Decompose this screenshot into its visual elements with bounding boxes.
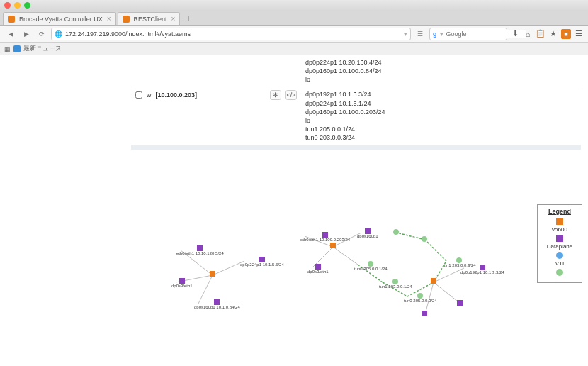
table-row: w [10.100.0.203] ✻ </> dp0p192p1 10.1.3.… [131, 87, 581, 145]
select-device-checkbox[interactable] [135, 92, 142, 99]
home-icon[interactable]: ⌂ [523, 29, 533, 39]
interface-line: tun0 203.0.0.3/24 [305, 133, 577, 142]
table-row: dp0p224p1 10.20.130.4/24 dp0p160p1 10.10… [131, 55, 581, 87]
reader-button[interactable]: ☰ [414, 28, 426, 40]
close-tab-icon[interactable]: × [107, 15, 111, 23]
topology-tunnel-node[interactable] [422, 236, 427, 242]
legend-label: VTI [555, 260, 564, 267]
legend-label: Dataplane [547, 243, 572, 250]
interface-line: lo [305, 116, 577, 125]
topology-dataplane-node[interactable]: eth0/eth1 10.100.0.203/24 [300, 232, 350, 242]
topology-tunnel-node[interactable]: tun0 205.0.0.1/24 [354, 261, 388, 271]
dropdown-icon[interactable]: ▾ [440, 30, 443, 38]
globe-icon: 🌐 [55, 30, 62, 38]
topology-tunnel-node[interactable]: tun0 205.0.0.3/24 [404, 293, 437, 303]
forward-button[interactable]: ▶ [20, 28, 33, 40]
host-short: w [147, 92, 152, 99]
url-input[interactable] [65, 30, 401, 38]
legend-tunnel-icon [556, 269, 563, 276]
topology-tunnel-node[interactable] [393, 229, 399, 235]
topology-router-node[interactable] [431, 278, 436, 284]
svg-line-13 [397, 233, 425, 240]
interface-line: dp0p160p1 10.100.0.84/24 [305, 67, 577, 75]
favicon-icon [8, 16, 15, 23]
browser-tab-vyatta[interactable]: Brocade Vyatta Controller UX × [3, 12, 116, 25]
topology-dataplane-node[interactable]: dp0s3/eth1 [171, 278, 193, 288]
topology-dataplane-node[interactable] [422, 311, 427, 316]
topology-dataplane-node[interactable]: dp0s3/eth1 [307, 264, 329, 274]
search-bar[interactable]: g ▾ [429, 28, 507, 40]
tab-label: RESTClient [134, 16, 167, 23]
bookmarks-bar: ▦ 最新ニュース [0, 43, 588, 55]
close-window-button[interactable] [4, 2, 11, 9]
traffic-lights [4, 2, 30, 9]
gear-icon[interactable]: ✻ [270, 90, 281, 100]
legend-v5600-icon [556, 218, 563, 225]
topology-dataplane-node[interactable] [457, 300, 463, 306]
code-icon[interactable]: </> [285, 90, 297, 100]
legend-panel: Legend v5600 Dataplane VTI [537, 204, 582, 283]
topology-router-node[interactable] [330, 243, 336, 248]
sidebar-toggle-icon[interactable]: ▦ [4, 45, 11, 52]
interface-line: dp0p224p1 10.20.130.4/24 [305, 58, 577, 67]
browser-tab-restclient[interactable]: RESTClient × [118, 12, 181, 25]
bookmark-icon[interactable]: ★ [548, 29, 558, 39]
topology-edges [0, 197, 534, 366]
interface-line: dp0p192p1 10.1.3.3/24 [305, 90, 577, 99]
tab-strip: Brocade Vyatta Controller UX × RESTClien… [0, 11, 588, 26]
back-button[interactable]: ◀ [4, 28, 17, 40]
interface-line: tun1 205.0.0.1/24 [305, 125, 577, 133]
search-engine-icon: g [433, 30, 437, 38]
legend-dataplane-icon [556, 235, 563, 242]
reload-button[interactable]: ⟳ [35, 28, 48, 40]
interface-line: dp0p160p1 10.100.0.203/24 [305, 108, 577, 116]
topology-tunnel-node[interactable]: tun1 203.0.0.1/24 [379, 279, 412, 289]
minimize-window-button[interactable] [14, 2, 21, 9]
topology-graph[interactable]: eth0/eth1 10.10.120.5/24 dp0s3/eth1 dp0s… [0, 197, 534, 366]
window-titlebar [0, 0, 588, 11]
tab-label: Brocade Vyatta Controller UX [19, 16, 103, 23]
page-content: dp0p224p1 10.20.130.4/24 dp0p160p1 10.10… [0, 55, 588, 366]
close-tab-icon[interactable]: × [171, 15, 176, 23]
clipboard-icon[interactable]: 📋 [536, 29, 545, 39]
interface-line: lo [305, 75, 577, 84]
topology-dataplane-node[interactable]: dp0s160p1 10.1.0.84/24 [194, 299, 240, 309]
download-icon[interactable]: ⬇ [510, 29, 520, 39]
extension-icon[interactable]: ■ [561, 29, 571, 39]
zoom-window-button[interactable] [24, 2, 30, 9]
legend-label: v5600 [552, 226, 567, 233]
menu-icon[interactable]: ☰ [574, 29, 584, 39]
legend-title: Legend [541, 208, 579, 215]
topology-router-node[interactable] [210, 271, 215, 277]
topology-dataplane-node[interactable]: dp0p192p1 10.1.3.3/24 [460, 265, 504, 274]
device-table: dp0p224p1 10.20.130.4/24 dp0p160p1 10.10… [131, 55, 581, 150]
host-ip: [10.100.0.203] [156, 92, 198, 99]
interface-line: dp0p224p1 10.1.5.1/24 [305, 99, 577, 108]
dropdown-icon[interactable]: ▾ [404, 30, 407, 38]
topology-dataplane-node[interactable]: dp0p224p1 10.1.5.5/24 [240, 257, 284, 267]
address-bar[interactable]: 🌐 ▾ [51, 28, 411, 40]
topology-dataplane-node[interactable]: dp0s160p1 [357, 228, 378, 238]
bookmark-favicon-icon [13, 45, 21, 52]
topology-dataplane-node[interactable]: eth0/eth1 10.10.120.5/24 [176, 245, 224, 255]
browser-toolbar: ◀ ▶ ⟳ 🌐 ▾ ☰ g ▾ ⬇ ⌂ 📋 ★ ■ ☰ [0, 26, 588, 43]
new-tab-button[interactable]: + [181, 12, 195, 25]
bookmark-item[interactable]: 最新ニュース [23, 44, 62, 53]
legend-vti-icon [556, 252, 563, 259]
favicon-icon [123, 16, 130, 23]
